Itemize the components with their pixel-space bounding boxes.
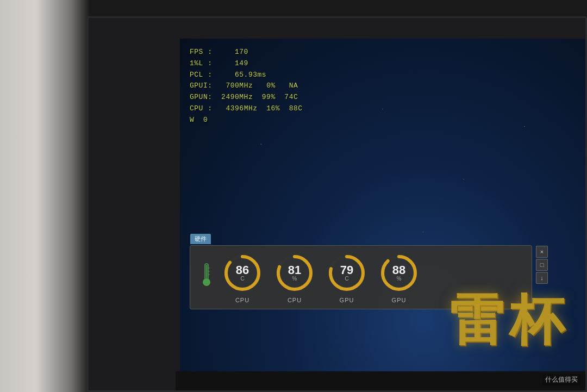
stat-1pl: 1%L : 149 [190, 58, 303, 70]
main-scene: FPS : 170 1%L : 149 PCL : 65.93ms GPUI: … [0, 0, 587, 392]
gauge-group: 86 C CPU [221, 251, 421, 303]
cpu-pct-circle: 81 % [273, 251, 316, 295]
svg-rect-1 [206, 265, 208, 278]
cpu-pct-text: 81 % [288, 264, 301, 282]
gpu-temp-text: 79 C [340, 264, 353, 282]
resize-button[interactable]: □ [536, 259, 548, 271]
close-button[interactable]: × [536, 246, 548, 258]
cpu-pct-gauge: 81 % CPU [273, 251, 316, 303]
thermometer-icon [197, 261, 216, 294]
stats-overlay: FPS : 170 1%L : 149 PCL : 65.93ms GPUI: … [190, 47, 303, 126]
gpu-pct-label: GPU [392, 297, 407, 303]
gpu-temp-label: GPU [340, 297, 354, 303]
hw-widget-title: 硬件 [190, 234, 211, 244]
left-background [0, 0, 90, 392]
cpu-temp-gauge: 86 C CPU [221, 251, 264, 303]
gpu-temp-gauge: 79 C GPU [325, 251, 369, 303]
stat-fps: FPS : 170 [190, 47, 303, 58]
monitor-bezel: FPS : 170 1%L : 149 PCL : 65.93ms GPUI: … [87, 16, 587, 392]
hw-widget-controls: × □ ↓ [536, 246, 548, 284]
stat-gpun: GPUN: 2490MHz 99% 74C [190, 92, 303, 103]
game-title-chinese: 雷杯 [449, 284, 569, 358]
svg-point-2 [203, 278, 210, 286]
monitor-screen: FPS : 170 1%L : 149 PCL : 65.93ms GPUI: … [180, 39, 585, 390]
stat-gpui: GPUI: 700MHz 0% NA [190, 80, 303, 92]
stat-pcl: PCL : 65.93ms [190, 70, 303, 81]
watermark: 什么值得买 [542, 374, 580, 385]
cpu-pct-label: CPU [288, 297, 302, 303]
gpu-pct-gauge: 88 % GPU [377, 251, 421, 303]
cpu-temp-text: 86 C [236, 264, 249, 282]
monitor-bottom-bezel [176, 371, 585, 390]
cpu-temp-label: CPU [235, 297, 249, 303]
gpu-temp-circle: 79 C [325, 251, 369, 295]
stat-cpu: CPU : 4396MHz 16% 88C [190, 103, 303, 115]
gpu-pct-circle: 88 % [377, 251, 421, 295]
gpu-pct-text: 88 % [392, 264, 405, 282]
stat-w: W 0 [190, 115, 303, 126]
cpu-temp-circle: 86 C [221, 251, 264, 295]
pin-button[interactable]: ↓ [536, 272, 548, 284]
